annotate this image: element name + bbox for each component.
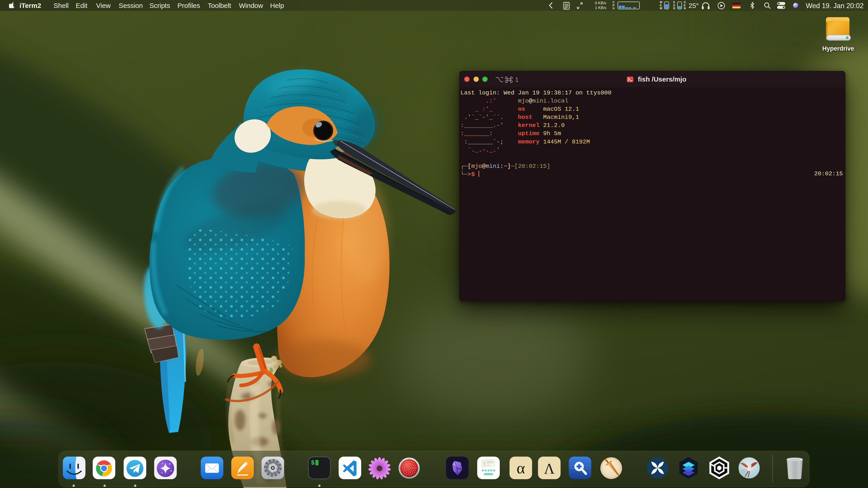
svg-text:Λ: Λ <box>544 461 555 477</box>
svg-text:α: α <box>517 459 525 477</box>
svg-text:$: $ <box>311 459 315 466</box>
